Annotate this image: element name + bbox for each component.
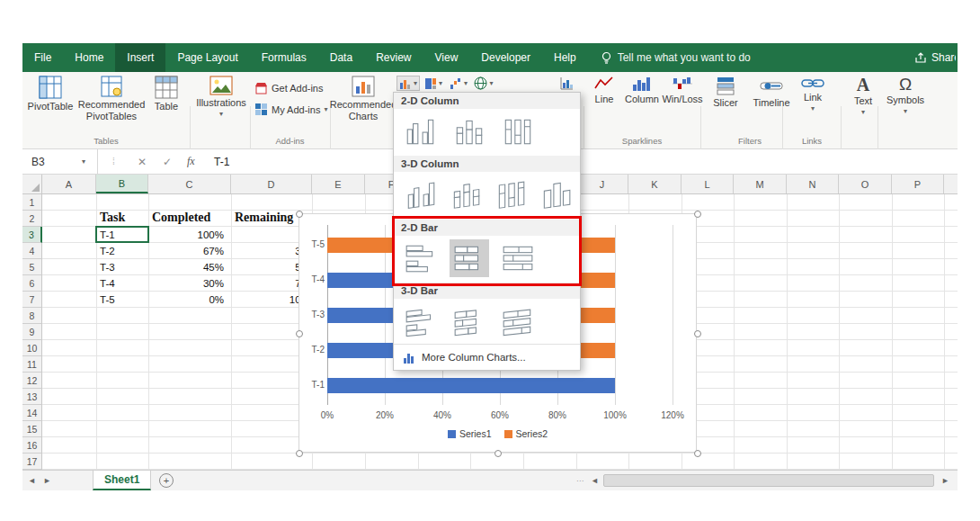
table-button[interactable]: Table <box>147 76 186 112</box>
hierarchy-chart-icon <box>424 77 437 90</box>
enter-button[interactable]: ✓ <box>163 149 172 174</box>
tab-insert[interactable]: Insert <box>115 43 165 72</box>
cell-d6[interactable]: 70 <box>231 275 307 292</box>
hscroll-left-icon[interactable]: ◄ <box>591 471 599 490</box>
sheet-nav-left-icon[interactable]: ◄ <box>28 476 36 485</box>
slicer-label: Slicer <box>713 97 738 109</box>
new-sheet-button[interactable]: + <box>159 473 174 488</box>
tab-formulas[interactable]: Formulas <box>250 43 318 72</box>
recommended-charts-icon <box>352 76 375 97</box>
lightbulb-icon <box>601 51 612 65</box>
text-button[interactable]: A Text ▾ <box>844 76 882 116</box>
tab-page-layout[interactable]: Page Layout <box>165 43 249 72</box>
horizontal-scrollbar-thumb[interactable] <box>603 474 934 487</box>
formula-input[interactable]: T-1 <box>214 149 229 174</box>
chart-selection-handle[interactable] <box>296 211 303 218</box>
my-addins-button[interactable]: My Add-ins ▾ <box>254 103 327 116</box>
name-box[interactable]: B3 ▾ <box>22 149 98 174</box>
sparkline-column-button[interactable]: Column <box>621 76 663 105</box>
chart-selection-handle[interactable] <box>494 450 502 457</box>
tab-developer[interactable]: Developer <box>469 43 542 72</box>
cell-c2[interactable]: Completed <box>152 210 231 226</box>
recommended-charts-button[interactable]: Recommended Charts <box>334 76 393 121</box>
formula-bar-splitter[interactable]: ⁞ <box>112 149 115 174</box>
insert-hierarchy-chart-button[interactable]: ▾ <box>422 76 445 91</box>
stacked-column-icon[interactable] <box>450 112 489 150</box>
clustered-bar-3d-icon[interactable] <box>401 302 441 340</box>
chart-type-dropdown: 2-D Column 3-D Column <box>393 92 581 371</box>
cell-d4[interactable]: 33 <box>231 243 307 259</box>
chart-selection-handle[interactable] <box>296 450 303 457</box>
bar-series1[interactable] <box>327 378 615 393</box>
category-label: T-1 <box>301 380 325 390</box>
3d-column-icon[interactable] <box>536 175 575 213</box>
clustered-column-3d-icon[interactable] <box>401 175 441 213</box>
illustrations-button[interactable]: Illustrations ▾ <box>193 76 249 118</box>
cell-b5[interactable]: T-3 <box>100 259 147 275</box>
cancel-button[interactable]: ✕ <box>138 149 147 174</box>
insert-column-or-bar-chart-button[interactable]: ▾ <box>396 76 420 91</box>
insert-statistic-chart-button[interactable]: ▾ <box>447 76 470 91</box>
pivottable-button[interactable]: PivotTable <box>24 76 76 112</box>
tab-help[interactable]: Help <box>542 43 588 72</box>
sparkline-winloss-button[interactable]: Win/Loss <box>663 76 702 105</box>
symbols-button[interactable]: Ω Symbols ▾ <box>882 76 929 115</box>
bar-row[interactable] <box>327 378 673 393</box>
sheet-nav-right-icon[interactable]: ► <box>43 476 51 485</box>
cell-d5[interactable]: 55 <box>231 259 307 275</box>
cell-d7[interactable]: 100 <box>231 292 307 308</box>
chart-selection-handle[interactable] <box>296 330 303 337</box>
tab-data[interactable]: Data <box>318 43 364 72</box>
stacked-column-3d-icon[interactable] <box>446 175 486 213</box>
share-button[interactable]: Share <box>914 43 956 72</box>
stacked-bar-icon[interactable] <box>450 239 489 277</box>
section-title-3d-bar: 3-D Bar <box>394 283 580 299</box>
cell-c7[interactable]: 0% <box>148 292 224 308</box>
tab-home[interactable]: Home <box>63 43 115 72</box>
get-addins-button[interactable]: Get Add-ins <box>254 81 323 94</box>
cell-b7[interactable]: T-5 <box>100 292 147 308</box>
cell-d3[interactable]: 0 <box>231 227 307 243</box>
cell-c6[interactable]: 30% <box>148 275 224 292</box>
cell-c5[interactable]: 45% <box>148 259 224 275</box>
insert-maps-button[interactable]: ▾ <box>472 76 495 91</box>
clustered-column-icon[interactable] <box>401 112 441 150</box>
recommended-pivottables-button[interactable]: Recommended PivotTables <box>78 76 145 121</box>
cell-b6[interactable]: T-4 <box>100 275 147 292</box>
insert-function-button[interactable]: fx <box>187 149 195 174</box>
name-box-caret-icon[interactable]: ▾ <box>82 158 85 166</box>
more-column-charts-item[interactable]: More Column Charts... <box>394 344 580 370</box>
100-stacked-bar-icon[interactable] <box>498 239 538 277</box>
chart-selection-handle[interactable] <box>694 330 701 337</box>
hscroll-right-icon[interactable]: ► <box>941 471 949 490</box>
insert-pivotchart-button[interactable] <box>555 76 578 91</box>
tab-view[interactable]: View <box>423 43 470 72</box>
link-button[interactable]: Link ▾ <box>790 76 835 112</box>
slicer-button[interactable]: Slicer <box>706 76 745 109</box>
text-icon: A <box>857 76 869 94</box>
sparkline-line-button[interactable]: Line <box>587 76 621 105</box>
timeline-button[interactable]: Timeline <box>747 76 796 109</box>
tab-scroll-splitter[interactable]: ⋯ <box>576 477 585 485</box>
sheet-tab-sheet1[interactable]: Sheet1 <box>93 471 151 490</box>
cell-b4[interactable]: T-2 <box>100 243 147 259</box>
cell-b2[interactable]: Task <box>100 210 148 226</box>
link-icon <box>801 76 824 90</box>
clustered-bar-icon[interactable] <box>401 239 441 277</box>
tell-me-box[interactable]: Tell me what you want to do <box>601 43 751 72</box>
pivotchart-icon <box>560 76 574 90</box>
table-label: Table <box>155 101 178 112</box>
chart-selection-handle[interactable] <box>694 211 701 218</box>
select-all-corner[interactable] <box>22 175 42 194</box>
chart-selection-handle[interactable] <box>694 450 701 457</box>
100-stacked-column-3d-icon[interactable] <box>491 175 530 213</box>
cell-c3[interactable]: 100% <box>148 227 224 243</box>
100-stacked-bar-3d-icon[interactable] <box>498 302 538 340</box>
100-stacked-column-icon[interactable] <box>498 112 538 150</box>
row-headers[interactable]: 1 2 3 4 5 6 7 8 9 10 11 12 13 14 15 16 1… <box>22 194 42 470</box>
tab-file[interactable]: File <box>22 43 63 72</box>
stacked-bar-3d-icon[interactable] <box>450 302 489 340</box>
cell-c4[interactable]: 67% <box>148 243 224 259</box>
tab-review[interactable]: Review <box>364 43 423 72</box>
pivottable-label: PivotTable <box>28 101 74 112</box>
